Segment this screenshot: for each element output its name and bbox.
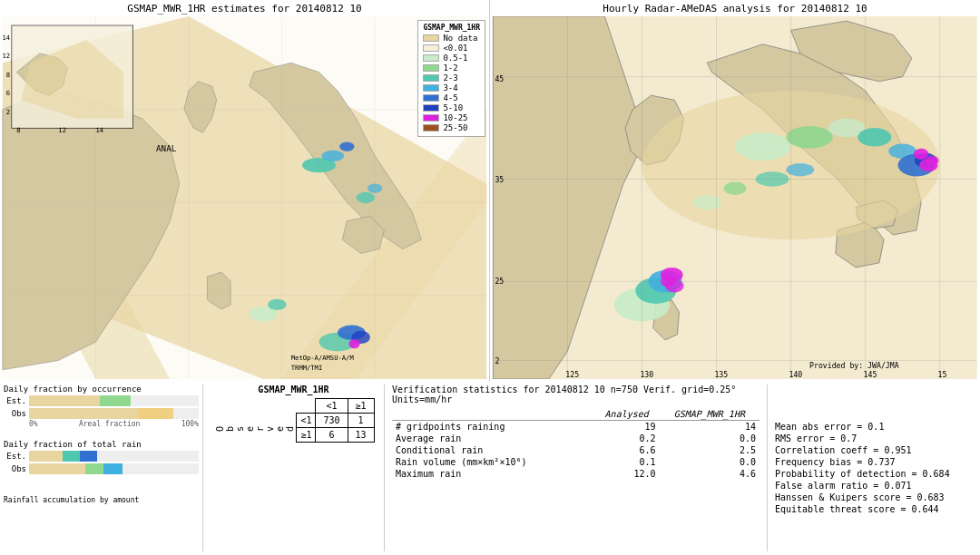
- svg-text:8: 8: [6, 71, 10, 79]
- svg-text:14: 14: [95, 126, 103, 134]
- left-map-area: GSMAP_MWR_1HR estimates for 20140812 10 …: [0, 0, 490, 381]
- stats-analysed-2: 6.6: [594, 444, 660, 456]
- svg-text:ANAL: ANAL: [156, 143, 177, 153]
- cont-row-1-label: <1: [297, 414, 316, 428]
- cont-empty-2: [297, 399, 316, 414]
- svg-point-8: [357, 192, 376, 203]
- svg-text:140: 140: [789, 370, 802, 379]
- est-bar-2: [29, 451, 199, 462]
- stats-estimate-3: 0.0: [660, 456, 760, 468]
- svg-text:8: 8: [16, 126, 20, 134]
- stats-analysed-header: Analysed: [594, 408, 660, 421]
- svg-text:135: 135: [714, 370, 728, 379]
- cont-header-row: <1 ≥1: [212, 399, 374, 414]
- score-1: RMS error = 0.7: [775, 433, 976, 443]
- svg-point-56: [693, 195, 721, 209]
- score-5: False alarm ratio = 0.071: [775, 481, 976, 491]
- stats-label-3: Rain volume (mm×km²×10⁶): [392, 456, 594, 468]
- stats-label-4: Maximum rain: [392, 468, 594, 480]
- obs-bar-fill-2: [29, 463, 122, 474]
- contingency-table: <1 ≥1 Observed <1 730 1 ≥1 6 13: [212, 398, 374, 443]
- est-bar-fill-1: [29, 395, 131, 406]
- svg-point-41: [786, 126, 832, 149]
- right-map-title: Hourly Radar-AMeDAS analysis for 2014081…: [490, 0, 980, 16]
- left-map-svg: 14 12 8 6 2 8 12 14 ANAL MetOp-A/AMSU-A/…: [0, 16, 489, 379]
- legend-item-05: 0.5-1: [423, 54, 480, 63]
- obs-bar-fill-1: [29, 408, 173, 419]
- stats-analysed-4: 12.0: [594, 468, 660, 480]
- svg-text:12: 12: [58, 126, 66, 134]
- svg-text:45: 45: [495, 74, 504, 83]
- legend-item-10: 10-25: [423, 113, 480, 122]
- occurrence-est-row: Est.: [4, 395, 199, 406]
- legend-item-nodata: No data: [423, 34, 480, 43]
- obs-vertical-label: Observed: [212, 414, 297, 443]
- legend-item-4: 4-5: [423, 93, 480, 102]
- right-map-svg: 45 35 25 2 125 130 135 140 145 15 Provid…: [490, 16, 980, 379]
- occurrence-bars: Est. Obs: [4, 395, 199, 419]
- svg-point-49: [926, 156, 938, 165]
- occurrence-title: Daily fraction by occurrence: [4, 385, 199, 394]
- charts-area: Daily fraction by occurrence Est. Obs: [4, 385, 203, 551]
- occurrence-obs-row: Obs: [4, 408, 199, 419]
- stats-estimate-1: 0.0: [660, 433, 760, 444]
- svg-text:125: 125: [565, 370, 579, 379]
- left-map-title: GSMAP_MWR_1HR estimates for 20140812 10: [0, 0, 489, 16]
- svg-text:35: 35: [495, 175, 504, 184]
- rain-chart: Daily fraction of total rain Est. Obs: [4, 440, 199, 493]
- stats-row-2: Conditional rain 6.6 2.5: [392, 444, 760, 456]
- axis-end-1: 100%: [181, 420, 199, 428]
- svg-text:2: 2: [495, 356, 499, 365]
- legend-item-2: 2-3: [423, 73, 480, 83]
- stats-estimate-0: 14: [660, 421, 760, 433]
- svg-text:12: 12: [2, 52, 10, 60]
- svg-point-6: [322, 151, 345, 161]
- right-map-area: Hourly Radar-AMeDAS analysis for 2014081…: [490, 0, 980, 381]
- svg-point-59: [786, 163, 814, 176]
- contingency-title: GSMAP_MWR_1HR: [211, 385, 377, 394]
- stats-analysed-1: 0.2: [594, 433, 660, 444]
- rain-title: Daily fraction of total rain: [4, 440, 199, 449]
- obs-label-2: Obs: [4, 464, 26, 473]
- cont-cell-10: 6: [316, 428, 348, 443]
- svg-text:25: 25: [495, 277, 504, 286]
- axis-label-1: Areal fraction: [79, 420, 140, 428]
- est-bar-fill-2: [29, 451, 97, 462]
- right-map-canvas: 45 35 25 2 125 130 135 140 145 15 Provid…: [490, 16, 980, 379]
- score-2: Correlation coeff = 0.951: [775, 445, 976, 455]
- svg-point-47: [914, 149, 928, 160]
- svg-text:14: 14: [2, 34, 10, 42]
- score-4: Probability of detection = 0.684: [775, 469, 976, 479]
- svg-point-11: [268, 299, 287, 310]
- cont-col-1: <1: [316, 399, 348, 414]
- svg-text:TRMM/TMI: TRMM/TMI: [291, 364, 322, 372]
- stats-estimate-4: 4.6: [660, 468, 760, 480]
- stats-label-header: [392, 408, 594, 421]
- legend-item-25: 25-50: [423, 123, 480, 132]
- legend-item-1: 1-2: [423, 63, 480, 73]
- stats-row-1: Average rain 0.2 0.0: [392, 433, 760, 444]
- stats-area: Verification statistics for 20140812 10 …: [385, 385, 768, 551]
- main-container: GSMAP_MWR_1HR estimates for 20140812 10 …: [0, 0, 980, 555]
- stats-label-1: Average rain: [392, 433, 594, 444]
- score-7: Equitable threat score = 0.644: [775, 504, 976, 514]
- svg-text:Provided by: JWA/JMA: Provided by: JWA/JMA: [809, 361, 899, 370]
- cont-row-1: Observed <1 730 1: [212, 414, 374, 428]
- rainfall-chart: Rainfall accumulation by amount: [4, 496, 199, 550]
- legend-item-3: 3-4: [423, 83, 480, 92]
- legend-box: GSMAP_MWR_1HR No data <0.01 0.5-1 1-2 2-…: [417, 20, 485, 137]
- stats-table: Analysed GSMAP_MWR_1HR # gridpoints rain…: [392, 408, 760, 480]
- svg-text:15: 15: [938, 370, 947, 379]
- rain-bars: Est. Obs: [4, 451, 199, 474]
- svg-point-43: [858, 128, 891, 147]
- stats-estimate-2: 2.5: [660, 444, 760, 456]
- score-6: Hanssen & Kuipers score = 0.683: [775, 492, 976, 502]
- svg-text:145: 145: [864, 370, 877, 379]
- cont-cell-01: 1: [348, 414, 374, 428]
- score-0: Mean abs error = 0.1: [775, 422, 976, 432]
- svg-point-7: [339, 141, 354, 151]
- legend-title: GSMAP_MWR_1HR: [423, 24, 480, 32]
- bottom-section: Daily fraction by occurrence Est. Obs: [0, 381, 980, 555]
- maps-section: GSMAP_MWR_1HR estimates for 20140812 10 …: [0, 0, 980, 381]
- cont-cell-00: 730: [316, 414, 348, 428]
